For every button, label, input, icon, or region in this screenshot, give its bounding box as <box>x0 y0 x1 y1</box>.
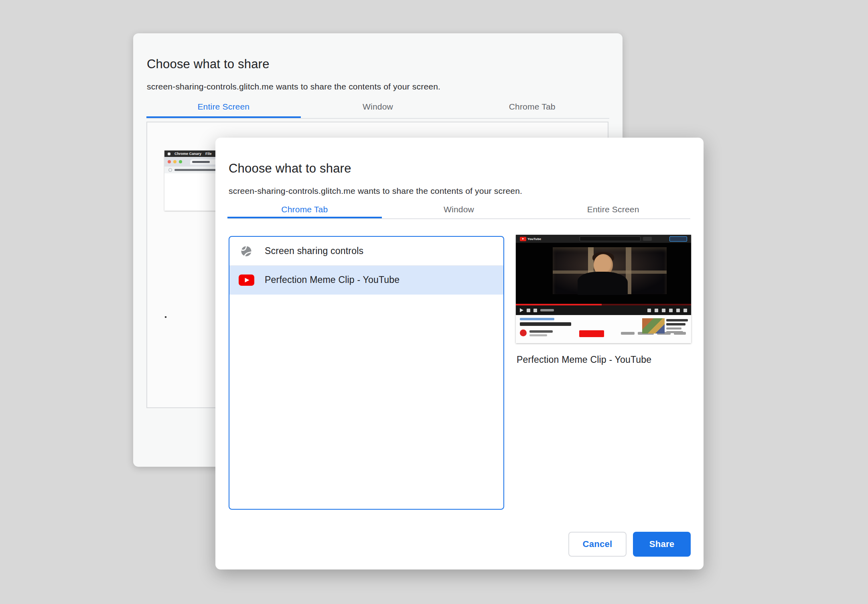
settings-icon <box>662 309 665 312</box>
screen: Choose what to share screen-sharing-cont… <box>0 0 868 604</box>
preview-caption: Perfection Meme Clip - YouTube <box>517 354 651 365</box>
play-icon <box>520 308 523 312</box>
next-icon <box>527 309 530 312</box>
actor-torso <box>578 272 628 295</box>
globe-icon <box>238 245 254 257</box>
time-display <box>540 309 554 311</box>
dialog-title: Choose what to share <box>147 57 270 71</box>
screenshot-artifact-dot <box>165 316 166 318</box>
player-controls <box>516 305 691 315</box>
dialog-title: Choose what to share <box>229 161 351 176</box>
tab-label: Window <box>363 102 393 118</box>
theater-icon <box>676 309 680 312</box>
tab-label: Entire Screen <box>587 205 639 218</box>
list-item-perfection-meme-clip[interactable]: Perfection Meme Clip - YouTube <box>229 266 503 295</box>
video-info-strip <box>516 315 691 343</box>
volume-icon <box>533 309 537 312</box>
channel-name-bar <box>529 330 553 333</box>
tab-label: Chrome Tab <box>509 102 556 118</box>
search-icon <box>643 237 652 241</box>
mini-menubar-app: Chrome Canary <box>174 152 201 156</box>
tab-label: Entire Screen <box>197 102 249 118</box>
close-window-icon <box>168 160 171 163</box>
tab-label: Window <box>444 205 474 218</box>
tab-title: Perfection Meme Clip - YouTube <box>265 275 400 285</box>
dialog-subtitle: screen-sharing-controls.glitch.me wants … <box>147 82 440 92</box>
source-tabstrip: Entire Screen Window Chrome Tab <box>146 96 609 119</box>
tab-entire-screen[interactable]: Entire Screen <box>536 199 690 218</box>
minimize-window-icon <box>173 160 176 163</box>
cancel-button[interactable]: Cancel <box>568 532 627 557</box>
fullscreen-icon <box>683 309 687 312</box>
tab-title: Screen sharing controls <box>265 246 363 256</box>
source-tabstrip: Chrome Tab Window Entire Screen <box>227 199 690 219</box>
tab-entire-screen[interactable]: Entire Screen <box>146 96 301 118</box>
subscribe-button <box>579 330 604 337</box>
dialog-subtitle: screen-sharing-controls.glitch.me wants … <box>229 186 522 196</box>
share-button[interactable]: Share <box>633 532 691 557</box>
channel-avatar <box>520 329 527 336</box>
related-channel-bar <box>666 327 681 329</box>
tab-preview-thumbnail: YouTube <box>516 235 691 343</box>
captions-icon <box>655 309 658 312</box>
youtube-masthead: YouTube <box>516 235 691 243</box>
apple-menu-icon <box>168 153 170 155</box>
tab-window[interactable]: Window <box>382 199 536 218</box>
tab-window[interactable]: Window <box>301 96 455 118</box>
sign-in-button <box>669 236 687 242</box>
tab-chrome-tab[interactable]: Chrome Tab <box>455 96 609 118</box>
youtube-logo-icon: YouTube <box>520 237 541 241</box>
video-title-bar <box>520 322 571 326</box>
like-button-bar <box>621 332 635 335</box>
miniplayer-icon <box>669 309 673 312</box>
related-views-bar <box>666 331 683 333</box>
tab-chrome-tab[interactable]: Chrome Tab <box>227 199 382 218</box>
related-title-bar <box>666 319 688 321</box>
video-player <box>516 243 691 307</box>
youtube-icon <box>238 275 254 286</box>
tab-label: Chrome Tab <box>281 205 328 218</box>
chrome-tab-list: Screen sharing controls Perfection Meme … <box>229 236 504 510</box>
list-item-screen-sharing-controls[interactable]: Screen sharing controls <box>229 237 503 266</box>
search-bar <box>580 236 641 241</box>
share-dialog: Choose what to share screen-sharing-cont… <box>215 138 704 569</box>
zoom-window-icon <box>179 160 182 163</box>
subscriber-count-bar <box>529 334 547 336</box>
hashtag-links-bar <box>520 318 554 320</box>
movie-frame <box>553 247 667 294</box>
mini-menubar-item: File <box>205 152 212 156</box>
related-video-thumbnail <box>642 318 665 334</box>
related-title-bar-2 <box>666 323 685 325</box>
autoplay-icon <box>647 309 651 312</box>
reload-icon <box>168 168 172 172</box>
